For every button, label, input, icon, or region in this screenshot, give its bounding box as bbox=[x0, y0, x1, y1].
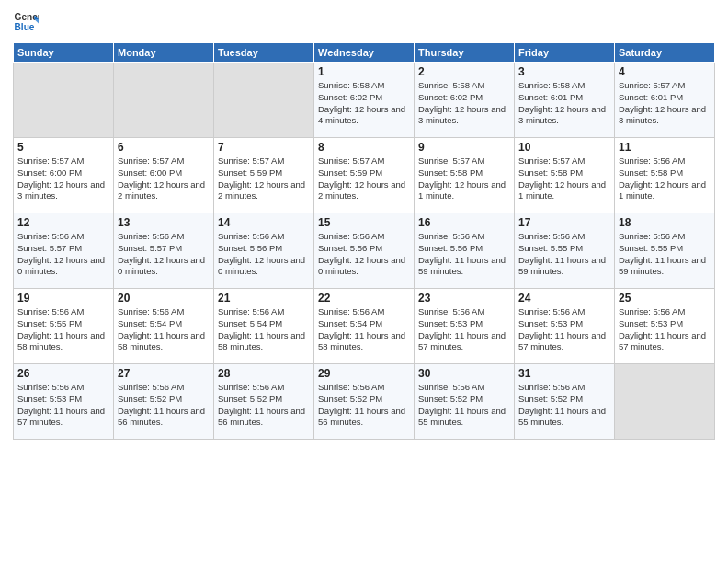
calendar-cell: 23Sunrise: 5:56 AMSunset: 5:53 PMDayligh… bbox=[415, 289, 515, 364]
calendar-header-row: SundayMondayTuesdayWednesdayThursdayFrid… bbox=[14, 43, 715, 63]
day-number: 19 bbox=[17, 292, 109, 304]
calendar-cell: 22Sunrise: 5:56 AMSunset: 5:54 PMDayligh… bbox=[314, 289, 415, 364]
calendar-week-row: 5Sunrise: 5:57 AMSunset: 6:00 PMDaylight… bbox=[14, 138, 715, 213]
calendar-cell: 11Sunrise: 5:56 AMSunset: 5:58 PMDayligh… bbox=[615, 138, 715, 213]
day-info: Sunrise: 5:57 AMSunset: 6:00 PMDaylight:… bbox=[118, 155, 210, 202]
calendar-cell: 2Sunrise: 5:58 AMSunset: 6:02 PMDaylight… bbox=[415, 63, 515, 138]
day-info: Sunrise: 5:56 AMSunset: 5:57 PMDaylight:… bbox=[17, 231, 109, 278]
day-info: Sunrise: 5:57 AMSunset: 6:00 PMDaylight:… bbox=[17, 155, 109, 202]
day-number: 9 bbox=[418, 141, 510, 154]
calendar-cell: 29Sunrise: 5:56 AMSunset: 5:52 PMDayligh… bbox=[314, 364, 415, 440]
day-number: 3 bbox=[518, 65, 610, 78]
day-number: 15 bbox=[318, 216, 410, 229]
calendar-cell: 27Sunrise: 5:56 AMSunset: 5:52 PMDayligh… bbox=[114, 364, 214, 440]
day-number: 12 bbox=[17, 216, 109, 229]
day-info: Sunrise: 5:57 AMSunset: 5:59 PMDaylight:… bbox=[318, 155, 410, 202]
day-info: Sunrise: 5:57 AMSunset: 5:58 PMDaylight:… bbox=[418, 155, 510, 202]
calendar-table: SundayMondayTuesdayWednesdayThursdayFrid… bbox=[13, 42, 715, 440]
weekday-header: Thursday bbox=[415, 43, 515, 63]
calendar-body: 1Sunrise: 5:58 AMSunset: 6:02 PMDaylight… bbox=[14, 63, 715, 440]
day-info: Sunrise: 5:56 AMSunset: 5:52 PMDaylight:… bbox=[118, 382, 210, 429]
day-number: 8 bbox=[318, 141, 410, 154]
day-number: 20 bbox=[118, 292, 210, 304]
day-info: Sunrise: 5:56 AMSunset: 5:58 PMDaylight:… bbox=[619, 155, 711, 202]
calendar-week-row: 26Sunrise: 5:56 AMSunset: 5:53 PMDayligh… bbox=[14, 364, 715, 440]
calendar-cell: 14Sunrise: 5:56 AMSunset: 5:56 PMDayligh… bbox=[214, 213, 314, 289]
day-info: Sunrise: 5:56 AMSunset: 5:56 PMDaylight:… bbox=[418, 231, 510, 278]
calendar-cell: 10Sunrise: 5:57 AMSunset: 5:58 PMDayligh… bbox=[515, 138, 615, 213]
header: General Blue bbox=[13, 9, 715, 35]
day-number: 10 bbox=[518, 141, 610, 154]
calendar-cell: 20Sunrise: 5:56 AMSunset: 5:54 PMDayligh… bbox=[114, 289, 214, 364]
day-number: 13 bbox=[118, 216, 210, 229]
logo: General Blue bbox=[13, 9, 39, 35]
day-number: 17 bbox=[518, 216, 610, 229]
day-info: Sunrise: 5:56 AMSunset: 5:54 PMDaylight:… bbox=[218, 306, 310, 353]
day-info: Sunrise: 5:56 AMSunset: 5:53 PMDaylight:… bbox=[418, 306, 510, 353]
calendar-cell: 17Sunrise: 5:56 AMSunset: 5:55 PMDayligh… bbox=[515, 213, 615, 289]
calendar-cell: 1Sunrise: 5:58 AMSunset: 6:02 PMDaylight… bbox=[314, 63, 415, 138]
calendar-cell bbox=[615, 364, 715, 440]
day-info: Sunrise: 5:58 AMSunset: 6:02 PMDaylight:… bbox=[318, 80, 410, 127]
calendar-cell: 12Sunrise: 5:56 AMSunset: 5:57 PMDayligh… bbox=[14, 213, 114, 289]
day-number: 24 bbox=[518, 292, 610, 304]
calendar-cell: 9Sunrise: 5:57 AMSunset: 5:58 PMDaylight… bbox=[415, 138, 515, 213]
day-number: 11 bbox=[619, 141, 711, 154]
day-info: Sunrise: 5:57 AMSunset: 6:01 PMDaylight:… bbox=[619, 80, 711, 127]
calendar-week-row: 1Sunrise: 5:58 AMSunset: 6:02 PMDaylight… bbox=[14, 63, 715, 138]
calendar-cell: 7Sunrise: 5:57 AMSunset: 5:59 PMDaylight… bbox=[214, 138, 314, 213]
day-number: 29 bbox=[318, 367, 410, 380]
day-number: 6 bbox=[118, 141, 210, 154]
calendar-page: General Blue SundayMondayTuesdayWednesda… bbox=[0, 0, 728, 563]
day-info: Sunrise: 5:57 AMSunset: 5:59 PMDaylight:… bbox=[218, 155, 310, 202]
day-info: Sunrise: 5:56 AMSunset: 5:55 PMDaylight:… bbox=[518, 231, 610, 278]
day-number: 1 bbox=[318, 65, 410, 78]
weekday-header: Sunday bbox=[14, 43, 114, 63]
day-info: Sunrise: 5:56 AMSunset: 5:52 PMDaylight:… bbox=[318, 382, 410, 429]
calendar-week-row: 12Sunrise: 5:56 AMSunset: 5:57 PMDayligh… bbox=[14, 213, 715, 289]
day-number: 21 bbox=[218, 292, 310, 304]
calendar-cell: 16Sunrise: 5:56 AMSunset: 5:56 PMDayligh… bbox=[415, 213, 515, 289]
day-info: Sunrise: 5:56 AMSunset: 5:55 PMDaylight:… bbox=[619, 231, 711, 278]
day-info: Sunrise: 5:56 AMSunset: 5:52 PMDaylight:… bbox=[518, 382, 610, 429]
day-info: Sunrise: 5:56 AMSunset: 5:53 PMDaylight:… bbox=[619, 306, 711, 353]
logo-icon: General Blue bbox=[13, 9, 39, 35]
day-number: 18 bbox=[619, 216, 711, 229]
day-info: Sunrise: 5:56 AMSunset: 5:57 PMDaylight:… bbox=[118, 231, 210, 278]
day-info: Sunrise: 5:56 AMSunset: 5:52 PMDaylight:… bbox=[418, 382, 510, 429]
calendar-cell: 31Sunrise: 5:56 AMSunset: 5:52 PMDayligh… bbox=[515, 364, 615, 440]
day-info: Sunrise: 5:56 AMSunset: 5:54 PMDaylight:… bbox=[118, 306, 210, 353]
day-number: 5 bbox=[17, 141, 109, 154]
calendar-cell bbox=[114, 63, 214, 138]
day-number: 23 bbox=[418, 292, 510, 304]
calendar-cell: 18Sunrise: 5:56 AMSunset: 5:55 PMDayligh… bbox=[615, 213, 715, 289]
day-number: 26 bbox=[17, 367, 109, 380]
calendar-cell: 25Sunrise: 5:56 AMSunset: 5:53 PMDayligh… bbox=[615, 289, 715, 364]
day-number: 25 bbox=[619, 292, 711, 304]
day-info: Sunrise: 5:56 AMSunset: 5:56 PMDaylight:… bbox=[218, 231, 310, 278]
day-number: 4 bbox=[619, 65, 711, 78]
day-number: 31 bbox=[518, 367, 610, 380]
calendar-cell: 5Sunrise: 5:57 AMSunset: 6:00 PMDaylight… bbox=[14, 138, 114, 213]
day-number: 7 bbox=[218, 141, 310, 154]
day-info: Sunrise: 5:56 AMSunset: 5:54 PMDaylight:… bbox=[318, 306, 410, 353]
weekday-header: Wednesday bbox=[314, 43, 415, 63]
calendar-cell: 30Sunrise: 5:56 AMSunset: 5:52 PMDayligh… bbox=[415, 364, 515, 440]
calendar-cell: 19Sunrise: 5:56 AMSunset: 5:55 PMDayligh… bbox=[14, 289, 114, 364]
calendar-cell: 21Sunrise: 5:56 AMSunset: 5:54 PMDayligh… bbox=[214, 289, 314, 364]
day-number: 22 bbox=[318, 292, 410, 304]
calendar-cell: 13Sunrise: 5:56 AMSunset: 5:57 PMDayligh… bbox=[114, 213, 214, 289]
calendar-cell: 15Sunrise: 5:56 AMSunset: 5:56 PMDayligh… bbox=[314, 213, 415, 289]
calendar-cell: 3Sunrise: 5:58 AMSunset: 6:01 PMDaylight… bbox=[515, 63, 615, 138]
weekday-header: Tuesday bbox=[214, 43, 314, 63]
svg-text:Blue: Blue bbox=[15, 22, 35, 32]
day-info: Sunrise: 5:56 AMSunset: 5:53 PMDaylight:… bbox=[17, 382, 109, 429]
day-number: 28 bbox=[218, 367, 310, 380]
day-number: 27 bbox=[118, 367, 210, 380]
calendar-cell bbox=[214, 63, 314, 138]
calendar-cell: 8Sunrise: 5:57 AMSunset: 5:59 PMDaylight… bbox=[314, 138, 415, 213]
day-number: 14 bbox=[218, 216, 310, 229]
day-number: 16 bbox=[418, 216, 510, 229]
calendar-cell bbox=[14, 63, 114, 138]
day-info: Sunrise: 5:56 AMSunset: 5:53 PMDaylight:… bbox=[518, 306, 610, 353]
